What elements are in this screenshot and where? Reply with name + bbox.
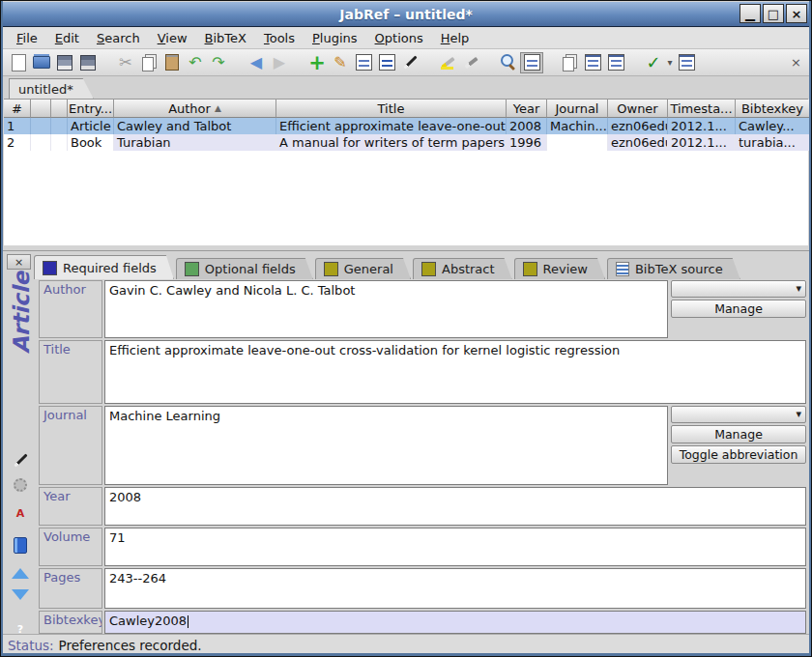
search-icon[interactable] bbox=[497, 52, 520, 73]
push-dropdown-icon[interactable]: ▾ bbox=[665, 52, 675, 73]
maximize-button[interactable]: □ bbox=[763, 4, 784, 23]
mark-entries-icon[interactable] bbox=[436, 52, 459, 73]
cell-icon bbox=[51, 134, 68, 151]
author-manage-button[interactable]: Manage bbox=[671, 300, 806, 318]
tab-abstract[interactable]: Abstract bbox=[413, 258, 512, 279]
tab-general[interactable]: General bbox=[315, 258, 411, 279]
text-caret bbox=[188, 615, 188, 628]
push-to-editor2-icon[interactable] bbox=[604, 52, 627, 73]
edit-strings-icon[interactable] bbox=[375, 52, 398, 73]
cut-icon[interactable]: ✂ bbox=[114, 52, 137, 73]
column-header-title[interactable]: Title bbox=[276, 100, 507, 118]
gear-icon[interactable] bbox=[11, 475, 30, 495]
column-header-owner[interactable]: Owner bbox=[608, 100, 668, 118]
unmark-entries-icon[interactable] bbox=[459, 52, 482, 73]
file-tab-untitled[interactable]: untitled* bbox=[9, 78, 94, 99]
tab-label: Abstract bbox=[442, 262, 495, 276]
toolbar-close-icon[interactable]: × bbox=[791, 55, 801, 70]
bibtexkey-value: Cawley2008 bbox=[109, 614, 187, 628]
table-row[interactable]: 1ArticleCawley and TalbotEfficient appro… bbox=[4, 118, 808, 134]
field-row-journal: JournalMachine Learning▾ManageToggle abb… bbox=[39, 406, 806, 485]
wand-icon[interactable] bbox=[11, 450, 30, 470]
edit-entry-icon[interactable]: ✎ bbox=[329, 52, 352, 73]
column-header-journal[interactable]: Journal bbox=[547, 100, 608, 118]
new-entry-icon[interactable]: + bbox=[305, 52, 329, 73]
push-to-editor-icon[interactable] bbox=[581, 52, 604, 73]
table-row[interactable]: 2BookTurabianA manual for writers of ter… bbox=[4, 134, 808, 151]
cell-icon bbox=[31, 134, 51, 151]
column-label: Title bbox=[378, 101, 405, 116]
column-label: Author bbox=[168, 101, 211, 116]
pages-field[interactable]: 243--264 bbox=[104, 568, 806, 609]
menu-help[interactable]: Help bbox=[432, 29, 478, 47]
editor-close-icon[interactable]: × bbox=[7, 254, 31, 270]
undo-icon[interactable]: ↶ bbox=[184, 52, 207, 73]
journal-dropdown[interactable]: ▾ bbox=[671, 406, 806, 423]
journal-manage-button[interactable]: Manage bbox=[671, 425, 806, 443]
cell-title: Efficient approximate leave-one-out... bbox=[276, 118, 507, 134]
column-header-bibtexkey[interactable]: Bibtexkey bbox=[736, 100, 810, 118]
pdf-icon[interactable]: A bbox=[11, 503, 30, 523]
paste-icon[interactable] bbox=[160, 52, 184, 73]
column-header-entry[interactable]: Entry... bbox=[68, 100, 114, 118]
back-icon[interactable]: ◀ bbox=[245, 52, 268, 73]
tab-review[interactable]: Review bbox=[514, 258, 605, 279]
column-header-icon[interactable] bbox=[51, 100, 68, 118]
journal-label: Journal bbox=[39, 406, 102, 485]
tab-optional-fields[interactable]: Optional fields bbox=[176, 258, 313, 279]
open-database-icon[interactable] bbox=[30, 52, 53, 73]
move-down-icon[interactable] bbox=[11, 585, 30, 604]
menu-view[interactable]: View bbox=[149, 29, 196, 47]
journal-field[interactable]: Machine Learning bbox=[104, 406, 668, 485]
move-up-icon[interactable] bbox=[11, 563, 30, 583]
copy-entry-icon[interactable] bbox=[558, 52, 581, 73]
file-tabstrip: untitled* bbox=[2, 76, 810, 99]
edit-preamble-icon[interactable] bbox=[352, 52, 375, 73]
tab-bibtex-source[interactable]: BibTeX source bbox=[607, 258, 740, 279]
open-file-icon[interactable] bbox=[675, 52, 698, 73]
menu-bibtex[interactable]: BibTeX bbox=[196, 29, 255, 47]
bibtexkey-field[interactable]: Cawley2008 bbox=[104, 611, 806, 634]
menu-edit[interactable]: Edit bbox=[46, 29, 88, 47]
entry-editor: × Required fieldsOptional fieldsGeneralA… bbox=[2, 250, 810, 637]
journal-toggle-abbreviation-button[interactable]: Toggle abbreviation bbox=[671, 445, 806, 464]
column-header-author[interactable]: Author▲ bbox=[114, 100, 276, 118]
menu-search[interactable]: Search bbox=[88, 29, 149, 47]
abstract-icon bbox=[421, 262, 436, 276]
save-database-icon[interactable] bbox=[53, 52, 76, 73]
author-field[interactable]: Gavin C. Cawley and Nicola L. C. Talbot bbox=[104, 280, 668, 338]
column-header-year[interactable]: Year bbox=[507, 100, 547, 118]
close-button[interactable]: × bbox=[786, 4, 807, 23]
tab-required-fields[interactable]: Required fields bbox=[34, 255, 174, 279]
optional-fields-icon bbox=[185, 262, 199, 276]
column-header-icon[interactable]: # bbox=[4, 100, 31, 118]
statusbar: Status: Preferences recorded. bbox=[2, 634, 810, 655]
toggle-preview-icon[interactable] bbox=[520, 52, 543, 73]
titlebar[interactable]: JabRef – untitled* ▁□× bbox=[2, 2, 810, 27]
cell-author: Turabian bbox=[114, 134, 276, 151]
field-row-author: AuthorGavin C. Cawley and Nicola L. C. T… bbox=[39, 280, 806, 338]
redo-icon[interactable]: ↷ bbox=[207, 52, 230, 73]
column-header-icon[interactable] bbox=[31, 100, 51, 118]
column-header-timesta[interactable]: Timesta... bbox=[668, 100, 736, 118]
year-field[interactable]: 2008 bbox=[104, 487, 806, 526]
menu-tools[interactable]: Tools bbox=[255, 29, 304, 47]
volume-field[interactable]: 71 bbox=[104, 528, 806, 566]
entry-table: #Entry...Author▲TitleYearJournalOwnerTim… bbox=[4, 99, 808, 246]
table-body: 1ArticleCawley and TalbotEfficient appro… bbox=[4, 118, 808, 151]
minimize-button[interactable]: ▁ bbox=[740, 4, 761, 23]
new-database-icon[interactable] bbox=[7, 52, 30, 73]
file-icon[interactable] bbox=[11, 535, 30, 555]
jabref-window: JabRef – untitled* ▁□× FileEditSearchVie… bbox=[0, 0, 812, 657]
push-to-lyx-icon[interactable]: ✓ bbox=[642, 52, 665, 73]
menu-plugins[interactable]: Plugins bbox=[304, 29, 366, 47]
chevron-down-icon: ▾ bbox=[796, 282, 801, 295]
menu-options[interactable]: Options bbox=[366, 29, 432, 47]
author-dropdown[interactable]: ▾ bbox=[671, 280, 806, 298]
forward-icon[interactable]: ▶ bbox=[268, 52, 291, 73]
save-all-icon[interactable] bbox=[76, 52, 100, 73]
copy-icon[interactable] bbox=[137, 52, 160, 73]
menu-file[interactable]: File bbox=[8, 29, 46, 47]
title-field[interactable]: Efficient approximate leave-one-out cros… bbox=[104, 340, 806, 404]
cleanup-entries-icon[interactable] bbox=[398, 52, 421, 73]
